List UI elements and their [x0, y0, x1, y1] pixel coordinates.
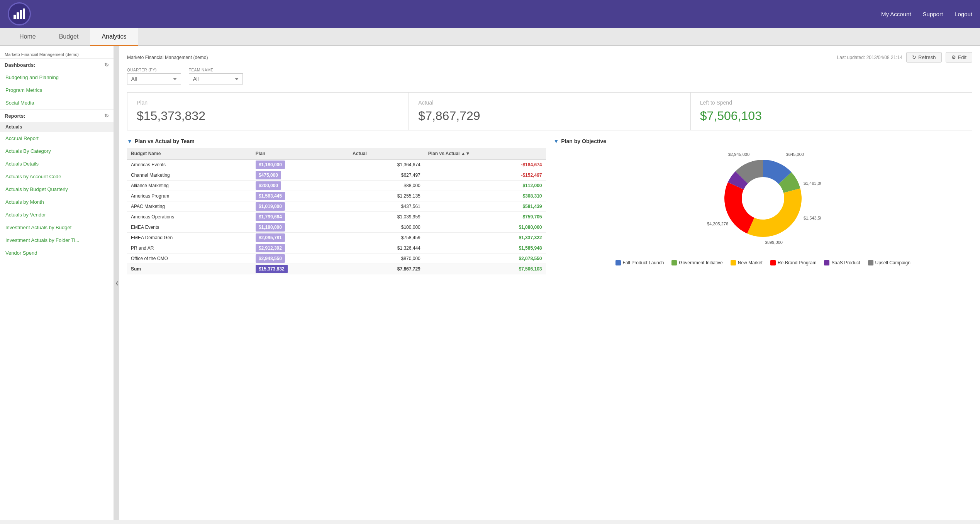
plan-cell: $2,948,550	[252, 254, 349, 264]
actual-label: Actual	[418, 100, 681, 106]
team-select[interactable]: All	[189, 73, 243, 85]
donut-label-5: $4,205,276	[707, 221, 728, 226]
legend-item-0: Fall Product Launch	[615, 260, 664, 265]
filter-icon-pva: ▼	[127, 138, 132, 144]
edit-button[interactable]: ⚙ Edit	[946, 52, 972, 63]
legend-label-5: Upsell Campaign	[875, 260, 910, 265]
top-nav: My Account Support Logout	[881, 11, 972, 17]
table-row: Office of the CMO $2,948,550 $870,000 $2…	[127, 254, 546, 264]
kpi-plan: Plan $15,373,832	[127, 93, 409, 130]
actual-cell: $627,497	[349, 170, 424, 181]
quarter-select[interactable]: All	[127, 73, 181, 85]
reports-refresh-icon[interactable]: ↻	[104, 113, 109, 119]
sidebar-item-actuals-vendor[interactable]: Actuals by Vendor	[0, 208, 114, 221]
actual-cell: $100,000	[349, 222, 424, 233]
left-to-spend-value: $7,506,103	[700, 109, 963, 123]
plan-cell: $2,912,392	[252, 243, 349, 254]
legend-dot-4	[824, 260, 829, 265]
actual-cell: $1,255,135	[349, 191, 424, 201]
donut-segment-2	[747, 188, 802, 237]
pva-cell: $581,439	[424, 201, 546, 212]
table-row: Alliance Marketing $200,000 $88,000 $112…	[127, 181, 546, 191]
plan-label: Plan	[137, 100, 399, 106]
kpi-left-to-spend: Left to Spend $7,506,103	[691, 93, 972, 130]
plan-cell: $1,799,664	[252, 212, 349, 222]
sidebar-item-vendor-spend[interactable]: Vendor Spend	[0, 247, 114, 259]
pva-cell: $759,705	[424, 212, 546, 222]
topbar-right: Last updated: 2013/04/08 21:14 ↻ Refresh…	[837, 52, 972, 63]
plan-cell: $1,019,000	[252, 201, 349, 212]
sidebar-item-actuals-category[interactable]: Actuals By Category	[0, 145, 114, 157]
sidebar-item-actuals-month[interactable]: Actuals by Month	[0, 196, 114, 208]
budget-name-cell: APAC Marketing	[127, 201, 252, 212]
col-pva[interactable]: Plan vs Actual ▲▼	[424, 148, 546, 159]
sidebar-item-investment-budget[interactable]: Investment Actuals by Budget	[0, 221, 114, 234]
actual-value: $7,867,729	[418, 109, 681, 123]
table-row: EMEA Events $1,180,000 $100,000 $1,080,0…	[127, 222, 546, 233]
tab-analytics[interactable]: Analytics	[90, 28, 138, 46]
sidebar-wrapper: Marketo Financial Management (demo) Dash…	[0, 46, 119, 520]
actual-cell: $1,364,674	[349, 159, 424, 170]
table-row: Americas Program $1,563,445 $1,255,135 $…	[127, 191, 546, 201]
budget-name-cell: Office of the CMO	[127, 254, 252, 264]
plan-vs-actual-report: ▼ Plan vs Actual by Team Budget Name Pla…	[127, 138, 546, 274]
legend-label-3: Re-Brand Program	[778, 260, 817, 265]
refresh-label: Refresh	[918, 54, 936, 60]
top-header: My Account Support Logout	[0, 0, 980, 28]
sidebar: Marketo Financial Management (demo) Dash…	[0, 46, 114, 520]
budget-name-cell: EMEA Demand Gen	[127, 233, 252, 243]
sidebar-item-budgeting[interactable]: Budgeting and Planning	[0, 71, 114, 84]
tab-home[interactable]: Home	[8, 28, 47, 46]
actual-cell: $88,000	[349, 181, 424, 191]
legend-dot-1	[671, 260, 677, 265]
kpi-row: Plan $15,373,832 Actual $7,867,729 Left …	[127, 92, 972, 130]
kpi-actual: Actual $7,867,729	[409, 93, 690, 130]
filter-quarter: QUARTER (FY) All	[127, 68, 181, 85]
legend-item-3: Re-Brand Program	[770, 260, 817, 265]
plan-cell: $2,095,781	[252, 233, 349, 243]
legend-dot-3	[770, 260, 776, 265]
budget-name-cell: Channel Marketing	[127, 170, 252, 181]
dashboards-header: Dashboards: ↻	[0, 58, 114, 71]
pva-cell: -$152,497	[424, 170, 546, 181]
legend-dot-2	[731, 260, 736, 265]
sidebar-collapse-handle[interactable]: ❮	[114, 46, 119, 520]
legend-dot-0	[615, 260, 621, 265]
sum-plan: $15,373,832	[252, 264, 349, 274]
sidebar-item-program-metrics[interactable]: Program Metrics	[0, 84, 114, 96]
filter-row: QUARTER (FY) All TEAM NAME All	[127, 68, 972, 85]
left-to-spend-label: Left to Spend	[700, 100, 963, 106]
sidebar-item-actuals-account[interactable]: Actuals by Account Code	[0, 170, 114, 183]
sidebar-item-actuals-quarterly[interactable]: Actuals by Budget Quarterly	[0, 183, 114, 196]
chart-legend: Fall Product Launch Government Initiativ…	[615, 260, 910, 265]
donut-label-3: $1,543,500	[804, 216, 821, 220]
plan-vs-actual-table: Budget Name Plan Actual Plan vs Actual ▲…	[127, 148, 546, 274]
refresh-button[interactable]: ↻ Refresh	[906, 52, 942, 63]
sidebar-item-actuals-details[interactable]: Actuals Details	[0, 157, 114, 170]
budget-name-cell: EMEA Events	[127, 222, 252, 233]
plan-cell: $200,000	[252, 181, 349, 191]
support-link[interactable]: Support	[923, 11, 943, 17]
donut-label-4: $899,000	[765, 240, 783, 245]
logout-link[interactable]: Logout	[955, 11, 972, 17]
budget-name-cell: PR and AR	[127, 243, 252, 254]
edit-label: Edit	[958, 54, 966, 60]
svg-rect-3	[23, 8, 25, 19]
plan-cell: $1,180,000	[252, 222, 349, 233]
pva-cell: $2,078,550	[424, 254, 546, 264]
dashboards-label: Dashboards:	[5, 62, 35, 68]
tab-bar: Home Budget Analytics	[0, 28, 980, 46]
sidebar-item-investment-folder[interactable]: Investment Actuals by Folder Ti...	[0, 234, 114, 247]
dashboards-refresh-icon[interactable]: ↻	[104, 62, 109, 68]
my-account-link[interactable]: My Account	[881, 11, 911, 17]
pva-cell: $112,000	[424, 181, 546, 191]
tab-budget[interactable]: Budget	[47, 28, 90, 46]
table-row: APAC Marketing $1,019,000 $437,561 $581,…	[127, 201, 546, 212]
svg-rect-2	[20, 10, 22, 19]
sidebar-item-accrual[interactable]: Accrual Report	[0, 132, 114, 145]
sum-label: Sum	[127, 264, 252, 274]
sidebar-item-social-media[interactable]: Social Media	[0, 96, 114, 109]
legend-item-2: New Market	[731, 260, 763, 265]
legend-dot-5	[868, 260, 873, 265]
plan-cell: $1,180,000	[252, 159, 349, 170]
